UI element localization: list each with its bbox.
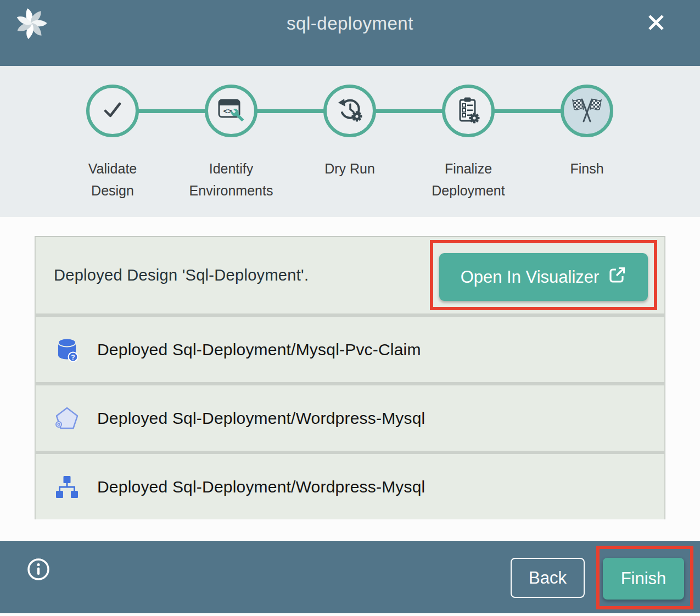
open-in-visualizer-button[interactable]: Open In Visualizer — [439, 253, 648, 301]
dialog-title: sql-deployment — [0, 13, 700, 34]
step-label-validate-design: Validate Design — [69, 158, 156, 201]
close-icon[interactable] — [644, 11, 668, 35]
step-finish-circle[interactable] — [561, 85, 613, 137]
svg-text:<>: <> — [223, 107, 233, 115]
finish-button[interactable]: Finish — [603, 558, 684, 600]
check-icon — [100, 97, 125, 125]
dialog-header: sql-deployment — [0, 0, 700, 66]
external-link-icon — [608, 266, 626, 289]
deployment-result-text: Deployed Sql-Deployment/Wordpress-Mysql — [97, 478, 425, 496]
wizard-stepper: <> — [0, 66, 700, 217]
step-label-finalize-deployment: Finalize Deployment — [424, 158, 512, 201]
database-icon: ? — [54, 337, 80, 363]
dialog-footer: Back Finish — [0, 541, 700, 613]
step-label-finish: Finsh — [543, 158, 631, 180]
code-wrench-icon: <> — [217, 97, 245, 125]
clipboard-gear-icon — [456, 96, 481, 126]
step-label-dry-run: Dry Run — [306, 158, 394, 180]
pentagon-icon — [54, 405, 80, 432]
deployment-result-row: ? Deployed Sql-Deployment/Mysql-Pvc-Clai… — [36, 317, 664, 382]
checkered-flags-icon — [572, 96, 602, 126]
deployed-design-text: Deployed Design 'Sql-Deployment'. — [54, 266, 309, 284]
deployment-result-row: Deployed Sql-Deployment/Wordpress-Mysql — [36, 454, 664, 519]
deployment-wizard-dialog: sql-deployment <> — [0, 0, 700, 616]
svg-text:?: ? — [71, 353, 75, 361]
step-finalize-deployment-circle[interactable] — [442, 85, 495, 137]
dry-run-history-gear-icon — [336, 97, 363, 125]
deployment-result-row: Deployed Sql-Deployment/Wordpress-Mysql — [36, 385, 664, 451]
open-in-visualizer-label: Open In Visualizer — [461, 267, 600, 287]
deployment-result-text: Deployed Sql-Deployment/Wordpress-Mysql — [97, 409, 425, 428]
workload-tree-icon — [54, 474, 80, 500]
back-button[interactable]: Back — [511, 558, 585, 598]
deployment-result-text: Deployed Sql-Deployment/Mysql-Pvc-Claim — [97, 340, 421, 359]
info-icon[interactable] — [26, 557, 51, 583]
step-label-identify-environments: Identify Environments — [187, 158, 275, 201]
step-validate-design-circle[interactable] — [86, 85, 139, 137]
step-dry-run-circle[interactable] — [323, 85, 376, 137]
step-identify-environments-circle[interactable]: <> — [205, 85, 257, 137]
